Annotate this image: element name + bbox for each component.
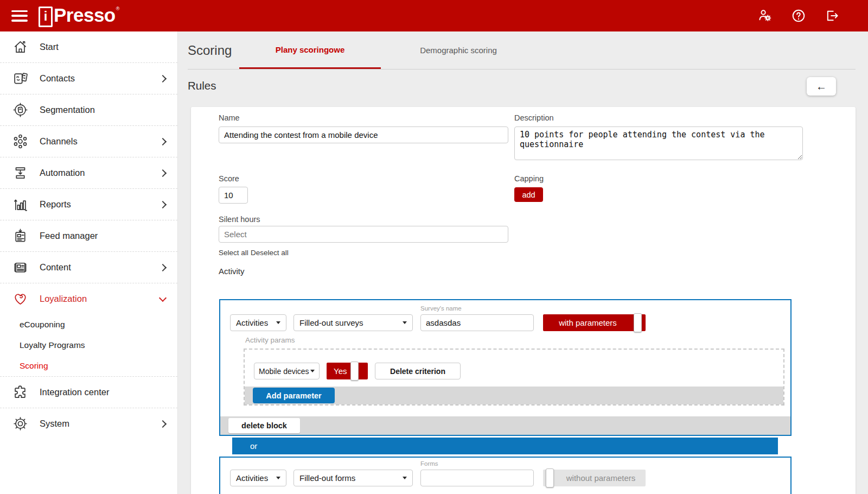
sidebar-item-label: Start: [40, 42, 59, 52]
sidebar-item-label: Loyalization: [40, 294, 87, 304]
chevron-right-icon: [159, 263, 167, 271]
params-footer-strip: Add parameter: [245, 387, 783, 404]
chevron-right-icon: [159, 169, 167, 176]
delete-criterion-button[interactable]: Delete criterion: [375, 363, 461, 379]
sidebar-item-feed-manager[interactable]: Feed manager: [0, 220, 177, 251]
sidebar-subitem-loyalty-programs[interactable]: Loyalty Programs: [0, 335, 177, 356]
app-screen: i Presso ®: [0, 0, 868, 494]
name-label: Name: [219, 113, 240, 122]
rules-heading: Rules: [188, 79, 216, 92]
back-arrow-icon: ←: [816, 80, 827, 93]
capping-label: Capping: [514, 174, 544, 183]
sidebar-item-segmentation[interactable]: Segmentation: [0, 94, 177, 125]
sidebar-subitem-label: Scoring: [20, 361, 48, 371]
tab-demographic-scoring[interactable]: Demographic scoring: [381, 31, 536, 69]
select-value: Filled-out forms: [299, 473, 355, 483]
sidebar-item-label: Contacts: [40, 73, 75, 84]
description-textarea[interactable]: 10 points for people attending the conte…: [514, 126, 803, 160]
logo-i-box: i: [39, 7, 53, 27]
sidebar-item-label: Integration center: [40, 387, 109, 397]
loyalization-heart-icon: [11, 290, 29, 307]
silent-hours-label: Silent hours: [219, 215, 260, 224]
caret-down-icon: [276, 477, 280, 479]
sidebar-item-reports[interactable]: Reports: [0, 188, 177, 220]
silent-hours-select[interactable]: [219, 226, 508, 243]
sidebar-subitem-label: eCouponing: [20, 320, 65, 330]
param-value-toggle[interactable]: Yes: [327, 363, 368, 379]
sidebar: Start Contacts Segmentation Channels: [0, 31, 178, 494]
gear-icon: [11, 415, 29, 432]
without-parameters-toggle[interactable]: without parameters: [543, 470, 646, 486]
help-icon[interactable]: [791, 8, 806, 23]
tab-label: Plany scoringowe: [276, 45, 345, 54]
logout-icon[interactable]: [825, 8, 840, 23]
sidebar-item-contacts[interactable]: Contacts: [0, 62, 177, 94]
chevron-right-icon: [159, 74, 167, 82]
deselect-all-link[interactable]: Deselect all: [251, 249, 289, 257]
activity-kind-select[interactable]: Filled-out forms: [293, 470, 413, 486]
toggle-knob: [634, 313, 642, 332]
chevron-right-icon: [159, 420, 167, 427]
score-label: Score: [219, 174, 239, 183]
back-button[interactable]: ←: [807, 77, 836, 96]
with-parameters-toggle[interactable]: with parameters: [543, 314, 646, 331]
sidebar-item-channels[interactable]: Channels: [0, 125, 177, 157]
brand-logo[interactable]: i Presso ®: [39, 5, 119, 27]
channels-icon: [11, 133, 29, 150]
sidebar-item-start[interactable]: Start: [0, 31, 177, 62]
tab-plany-scoringowe[interactable]: Plany scoringowe: [239, 31, 381, 69]
topbar: i Presso ®: [0, 0, 868, 31]
home-icon: [11, 39, 29, 55]
page-header: Scoring Plany scoringowe Demographic sco…: [188, 31, 856, 69]
integration-puzzle-icon: [11, 384, 29, 401]
survey-name-label: Survey's name: [420, 305, 462, 312]
forms-label: Forms: [420, 460, 438, 467]
param-select[interactable]: Mobile devices: [254, 363, 320, 379]
caret-down-icon: [403, 477, 407, 479]
name-input[interactable]: [219, 126, 508, 143]
select-value: Activities: [236, 473, 268, 483]
topbar-actions: [757, 8, 840, 23]
toggle-label: without parameters: [543, 470, 646, 486]
caret-down-icon: [310, 370, 315, 372]
rule-form-card: Name Description 10 points for people at…: [191, 107, 856, 494]
sidebar-subitem-scoring[interactable]: Scoring: [0, 356, 177, 376]
capping-add-button[interactable]: add: [514, 187, 543, 202]
contacts-icon: [11, 70, 29, 87]
activity-type-select[interactable]: Activities: [230, 314, 286, 331]
sidebar-item-label: Automation: [40, 168, 85, 178]
add-parameter-button[interactable]: Add parameter: [253, 388, 335, 403]
sidebar-item-content[interactable]: Content: [0, 251, 177, 283]
activity-type-select[interactable]: Activities: [230, 470, 286, 486]
or-label: or: [250, 441, 257, 451]
select-value: Filled-out surveys: [299, 318, 363, 327]
account-settings-icon[interactable]: [757, 8, 773, 23]
sidebar-item-system[interactable]: System: [0, 408, 177, 439]
tab-label: Demographic scoring: [420, 46, 497, 55]
score-input[interactable]: [219, 187, 248, 204]
block-footer-strip: delete block: [220, 416, 790, 435]
hamburger-menu-icon[interactable]: [11, 10, 28, 22]
sidebar-item-label: Segmentation: [40, 105, 95, 115]
automation-icon: [11, 164, 29, 181]
toggle-label: with parameters: [543, 314, 646, 331]
sidebar-item-integration-center[interactable]: Integration center: [0, 376, 177, 408]
main-content: Scoring Plany scoringowe Demographic sco…: [177, 31, 868, 494]
sidebar-item-label: Channels: [40, 136, 78, 147]
toggle-knob: [350, 362, 359, 381]
sidebar-item-automation[interactable]: Automation: [0, 157, 177, 188]
rule-block-1: Activities Filled-out surveys Survey's n…: [219, 299, 792, 436]
sidebar-item-label: Content: [40, 262, 71, 273]
forms-input[interactable]: [420, 470, 534, 486]
select-all-link[interactable]: Select all: [219, 249, 248, 257]
survey-name-input[interactable]: [420, 314, 534, 331]
sidebar-subitem-ecouponing[interactable]: eCouponing: [0, 314, 177, 335]
sidebar-item-label: Feed manager: [40, 231, 98, 241]
segmentation-icon: [11, 102, 29, 118]
activity-kind-select[interactable]: Filled-out surveys: [293, 314, 413, 331]
chevron-down-icon: [159, 294, 167, 301]
select-value: Mobile devices: [259, 367, 309, 376]
sidebar-item-loyalization[interactable]: Loyalization: [0, 283, 177, 314]
content-icon: [11, 259, 29, 276]
delete-block-button[interactable]: delete block: [228, 418, 300, 433]
